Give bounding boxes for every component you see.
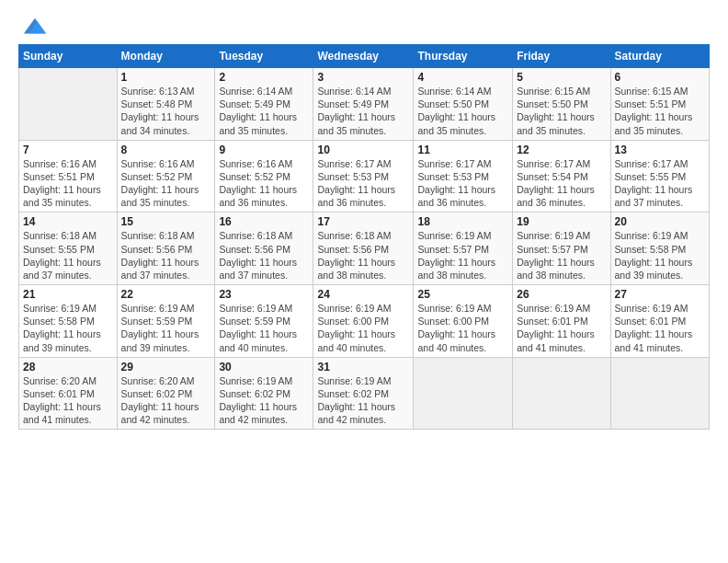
calendar-header-tuesday: Tuesday — [215, 45, 313, 68]
day-info: Sunrise: 6:17 AMSunset: 5:54 PMDaylight:… — [517, 158, 595, 209]
calendar-day: 4 Sunrise: 6:14 AMSunset: 5:50 PMDayligh… — [414, 68, 513, 141]
day-info: Sunrise: 6:19 AMSunset: 6:02 PMDaylight:… — [219, 375, 297, 426]
day-number: 23 — [219, 288, 309, 301]
day-info: Sunrise: 6:18 AMSunset: 5:56 PMDaylight:… — [219, 230, 297, 281]
calendar-day: 23 Sunrise: 6:19 AMSunset: 5:59 PMDaylig… — [215, 285, 313, 358]
day-number: 26 — [517, 288, 606, 301]
day-number: 3 — [317, 71, 409, 84]
day-number: 25 — [417, 288, 508, 301]
logo-icon — [22, 15, 48, 40]
calendar-day: 30 Sunrise: 6:19 AMSunset: 6:02 PMDaylig… — [215, 357, 313, 430]
day-number: 12 — [517, 144, 606, 156]
calendar-day: 11 Sunrise: 6:17 AMSunset: 5:53 PMDaylig… — [414, 140, 513, 213]
calendar-day: 15 Sunrise: 6:18 AMSunset: 5:56 PMDaylig… — [117, 213, 215, 285]
day-number: 14 — [23, 215, 113, 228]
calendar-day: 26 Sunrise: 6:19 AMSunset: 6:01 PMDaylig… — [513, 285, 610, 358]
calendar-day: 5 Sunrise: 6:15 AMSunset: 5:50 PMDayligh… — [513, 68, 610, 141]
calendar-day — [513, 357, 610, 430]
calendar-day: 20 Sunrise: 6:19 AMSunset: 5:58 PMDaylig… — [610, 213, 709, 285]
day-number: 16 — [219, 215, 309, 228]
calendar-header-wednesday: Wednesday — [313, 45, 414, 68]
calendar-day: 3 Sunrise: 6:14 AMSunset: 5:49 PMDayligh… — [313, 68, 414, 141]
calendar-day — [414, 357, 513, 430]
calendar-header-monday: Monday — [117, 45, 215, 68]
day-info: Sunrise: 6:16 AMSunset: 5:52 PMDaylight:… — [121, 158, 199, 209]
day-number: 9 — [219, 144, 309, 156]
calendar-week-0: 1 Sunrise: 6:13 AMSunset: 5:48 PMDayligh… — [19, 68, 710, 141]
calendar-day: 19 Sunrise: 6:19 AMSunset: 5:57 PMDaylig… — [513, 213, 610, 285]
day-number: 21 — [23, 288, 113, 301]
calendar-day: 16 Sunrise: 6:18 AMSunset: 5:56 PMDaylig… — [215, 213, 313, 285]
calendar-day: 31 Sunrise: 6:19 AMSunset: 6:02 PMDaylig… — [313, 357, 414, 430]
day-info: Sunrise: 6:14 AMSunset: 5:50 PMDaylight:… — [417, 86, 495, 136]
day-number: 15 — [121, 215, 211, 228]
calendar-day: 28 Sunrise: 6:20 AMSunset: 6:01 PMDaylig… — [19, 357, 118, 430]
day-info: Sunrise: 6:14 AMSunset: 5:49 PMDaylight:… — [219, 86, 297, 136]
day-info: Sunrise: 6:19 AMSunset: 5:58 PMDaylight:… — [615, 230, 693, 281]
day-info: Sunrise: 6:19 AMSunset: 6:02 PMDaylight:… — [317, 375, 395, 426]
page-container: SundayMondayTuesdayWednesdayThursdayFrid… — [0, 0, 728, 439]
day-info: Sunrise: 6:19 AMSunset: 5:59 PMDaylight:… — [121, 303, 199, 353]
calendar-day: 18 Sunrise: 6:19 AMSunset: 5:57 PMDaylig… — [414, 213, 513, 285]
day-info: Sunrise: 6:14 AMSunset: 5:49 PMDaylight:… — [317, 86, 395, 136]
header-row — [18, 15, 710, 37]
day-number: 24 — [317, 288, 409, 301]
day-number: 6 — [615, 71, 705, 84]
calendar-day: 21 Sunrise: 6:19 AMSunset: 5:58 PMDaylig… — [19, 285, 118, 358]
day-number: 13 — [615, 144, 705, 156]
day-info: Sunrise: 6:19 AMSunset: 5:57 PMDaylight:… — [517, 230, 595, 281]
calendar-week-2: 14 Sunrise: 6:18 AMSunset: 5:55 PMDaylig… — [19, 213, 710, 285]
day-number: 17 — [317, 215, 409, 228]
logo — [18, 15, 48, 37]
calendar-day: 6 Sunrise: 6:15 AMSunset: 5:51 PMDayligh… — [610, 68, 709, 141]
calendar-day: 27 Sunrise: 6:19 AMSunset: 6:01 PMDaylig… — [610, 285, 709, 358]
calendar-day: 7 Sunrise: 6:16 AMSunset: 5:51 PMDayligh… — [19, 140, 118, 213]
day-info: Sunrise: 6:19 AMSunset: 5:57 PMDaylight:… — [417, 230, 495, 281]
day-number: 29 — [121, 361, 211, 373]
day-number: 31 — [317, 361, 409, 373]
calendar-week-1: 7 Sunrise: 6:16 AMSunset: 5:51 PMDayligh… — [19, 140, 710, 213]
day-number: 28 — [23, 361, 113, 373]
day-number: 5 — [517, 71, 606, 84]
day-number: 1 — [121, 71, 211, 84]
day-info: Sunrise: 6:20 AMSunset: 6:02 PMDaylight:… — [121, 375, 199, 426]
day-info: Sunrise: 6:15 AMSunset: 5:51 PMDaylight:… — [615, 86, 693, 136]
day-number: 20 — [615, 215, 705, 228]
calendar-header-saturday: Saturday — [610, 45, 709, 68]
calendar-day: 1 Sunrise: 6:13 AMSunset: 5:48 PMDayligh… — [117, 68, 215, 141]
day-info: Sunrise: 6:16 AMSunset: 5:52 PMDaylight:… — [219, 158, 297, 209]
calendar-day — [19, 68, 118, 141]
day-info: Sunrise: 6:19 AMSunset: 5:58 PMDaylight:… — [23, 303, 101, 353]
calendar-day: 22 Sunrise: 6:19 AMSunset: 5:59 PMDaylig… — [117, 285, 215, 358]
calendar-day — [610, 357, 709, 430]
day-info: Sunrise: 6:18 AMSunset: 5:56 PMDaylight:… — [317, 230, 395, 281]
day-number: 2 — [219, 71, 309, 84]
calendar-header-thursday: Thursday — [414, 45, 513, 68]
day-number: 7 — [23, 144, 113, 156]
calendar-day: 14 Sunrise: 6:18 AMSunset: 5:55 PMDaylig… — [19, 213, 118, 285]
calendar-body: 1 Sunrise: 6:13 AMSunset: 5:48 PMDayligh… — [19, 68, 710, 430]
day-info: Sunrise: 6:18 AMSunset: 5:56 PMDaylight:… — [121, 230, 199, 281]
calendar-header-row: SundayMondayTuesdayWednesdayThursdayFrid… — [19, 45, 710, 68]
calendar-day: 24 Sunrise: 6:19 AMSunset: 6:00 PMDaylig… — [313, 285, 414, 358]
calendar-header-sunday: Sunday — [19, 45, 118, 68]
calendar-week-4: 28 Sunrise: 6:20 AMSunset: 6:01 PMDaylig… — [19, 357, 710, 430]
day-number: 11 — [417, 144, 508, 156]
calendar-day: 10 Sunrise: 6:17 AMSunset: 5:53 PMDaylig… — [313, 140, 414, 213]
day-info: Sunrise: 6:19 AMSunset: 6:01 PMDaylight:… — [517, 303, 595, 353]
day-info: Sunrise: 6:19 AMSunset: 6:01 PMDaylight:… — [615, 303, 693, 353]
calendar-day: 13 Sunrise: 6:17 AMSunset: 5:55 PMDaylig… — [610, 140, 709, 213]
calendar-day: 8 Sunrise: 6:16 AMSunset: 5:52 PMDayligh… — [117, 140, 215, 213]
day-info: Sunrise: 6:13 AMSunset: 5:48 PMDaylight:… — [121, 86, 199, 136]
day-number: 22 — [121, 288, 211, 301]
calendar-table: SundayMondayTuesdayWednesdayThursdayFrid… — [18, 44, 710, 430]
day-number: 4 — [417, 71, 508, 84]
day-number: 19 — [517, 215, 606, 228]
day-info: Sunrise: 6:19 AMSunset: 6:00 PMDaylight:… — [317, 303, 395, 353]
day-info: Sunrise: 6:17 AMSunset: 5:53 PMDaylight:… — [417, 158, 495, 209]
calendar-header-friday: Friday — [513, 45, 610, 68]
day-info: Sunrise: 6:17 AMSunset: 5:55 PMDaylight:… — [615, 158, 693, 209]
calendar-week-3: 21 Sunrise: 6:19 AMSunset: 5:58 PMDaylig… — [19, 285, 710, 358]
day-info: Sunrise: 6:19 AMSunset: 6:00 PMDaylight:… — [417, 303, 495, 353]
day-info: Sunrise: 6:16 AMSunset: 5:51 PMDaylight:… — [23, 158, 101, 209]
